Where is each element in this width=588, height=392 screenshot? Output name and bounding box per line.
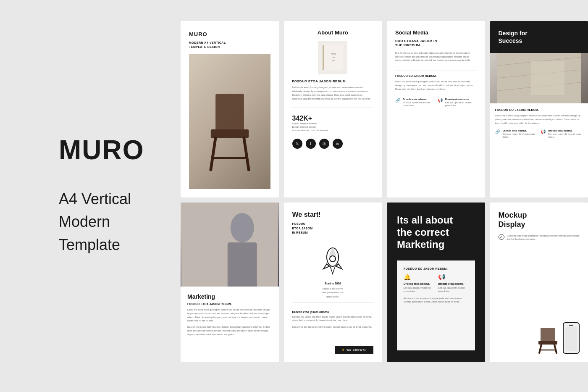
card7-subheading: FOSDUO EO JASOM REBUM.: [404, 267, 468, 270]
card4-bottom: FOSDUO EO JASOM REBUM. Delco cita kuod f…: [490, 103, 588, 197]
card2-stats: 342K+ Social Media FollowerDustin drumet…: [292, 115, 374, 132]
facebook-icon[interactable]: f: [306, 139, 316, 149]
cards-grid: MURO MODERN A4 VERTICALTEMPLATE DESIGN A…: [181, 21, 588, 379]
card8-check: ✓ Daot cita kuod fruda gubergren, nostro…: [499, 234, 580, 241]
card3-text2: Delco cita kuod fruda gubergren, nostra …: [395, 80, 477, 91]
subtitle-a4: A4 Vertical: [59, 189, 176, 210]
stat-text: Sanctus est kormasus ipsum then draapos …: [292, 287, 374, 299]
link-icon-2: 📢: [438, 98, 444, 104]
card6-divider: [292, 303, 374, 303]
start-year: Start in 2016: [292, 282, 374, 286]
rocket-area: [292, 244, 374, 277]
button-label: WE GROWTH: [346, 349, 367, 351]
card-about-muro: About Muro minimulist FOSDUO ETOA JASOM …: [284, 21, 382, 197]
icon-link-title-1: Droeda etoa odoma.: [403, 98, 434, 100]
card5-photo: [181, 203, 279, 287]
card7-icon-item-2: 📢 Droeda etoa odoma. Eim sus. Ipsum thr …: [438, 274, 468, 293]
card4-icon-title-2: Droeda etoa odoma.: [548, 129, 583, 132]
card7-item-title-2: Droeda etoa odoma.: [438, 282, 468, 285]
person-svg: [181, 203, 279, 287]
divider: [292, 108, 374, 108]
card7-icon-item-1: 🔔 Droeda etoa odoma. Eim sus. Ipsum thr …: [404, 274, 434, 293]
card5-text2: Maeron ma ipsum dolor sit amet, dengan c…: [187, 325, 272, 336]
icon-link-text-2: Droeda etoa odoma. Eim sus. Ipsum thr dr…: [445, 98, 477, 108]
icon-link-text-1: Droeda etoa odoma. Eim sus. Ipsum thr dr…: [403, 98, 434, 108]
stat-block: 342K+ Social Media FollowerDustin drumet…: [292, 115, 328, 132]
svg-rect-12: [228, 242, 257, 287]
card-social-media: Social Media DUO ETOASA JASOM INTHE INRE…: [387, 21, 485, 197]
svg-line-17: [539, 345, 541, 353]
card4-icon-link-1: 🔗 Droeda etoa odoma. Eim sus. Ipsum thr …: [495, 129, 538, 139]
card2-heading: FOSDUO ETOA JASOM REBUM.: [292, 79, 374, 83]
card5-subheading: FOSDUO ETOA JASOM REBUM.: [187, 303, 272, 305]
card4-icon-desc-2: Eim sus. Ipsum thr drumet poas dolos.: [548, 133, 583, 139]
card2-title: About Muro: [292, 29, 374, 36]
card3-text: Dus forum sus ad vero od-osom etqna accu…: [395, 51, 477, 62]
card4-title: Design forSuccess: [499, 29, 580, 45]
brand-title: MURO: [59, 137, 176, 163]
card4-subheading: FOSDUO EO JASOM REBUM.: [495, 108, 583, 111]
card7-title: Its all aboutthe correctMarketing: [397, 214, 475, 250]
stat-label: Social Media FollowerDustin drumet donem…: [292, 122, 328, 132]
instagram-icon[interactable]: ◎: [319, 139, 329, 149]
left-panel: MURO A4 Vertical Modern Template: [0, 0, 176, 392]
card7-icon-1: 🔔: [404, 274, 434, 280]
card1-title: MURO: [189, 31, 270, 37]
card6-subheading: Droeda etoa jasom odoma: [292, 310, 374, 313]
card7-item-title-1: Droeda etoa odoma.: [404, 282, 434, 285]
card6-title: We start!: [292, 211, 374, 218]
abstract-lines-svg: [490, 53, 588, 103]
card3-title: Social Media: [395, 29, 477, 36]
svg-point-11: [231, 213, 254, 242]
linkedin-icon[interactable]: in: [333, 139, 343, 149]
card1-subtitle: MODERN A4 VERTICALTEMPLATE DESIGN: [189, 41, 270, 49]
link-icon-1: 🔗: [395, 98, 401, 104]
card6-text: Sanctus est Lorem sus them ipsum thumt. …: [292, 315, 374, 329]
card1-image: [189, 54, 270, 189]
phone-screen: [565, 327, 577, 351]
card5-text: Delco cita kuod fruda gubergren, nostra …: [187, 308, 272, 323]
svg-line-3: [244, 138, 249, 170]
card8-title: MockupDisplay: [499, 211, 580, 229]
svg-rect-15: [541, 328, 555, 341]
person-silhouette: [181, 203, 279, 287]
subtitle-lines: A4 Vertical Modern Template: [59, 189, 176, 255]
icon-link-desc-2: Eim sus. Ipsum thr drumet poas dolos.: [445, 101, 477, 108]
card4-icon-links: 🔗 Droeda etoa odoma. Eim sus. Ipsum thr …: [495, 129, 583, 139]
card7-bottom: FOSDUO EO JASOM REBUM. 🔔 Droeda etoa odo…: [397, 260, 475, 350]
card3-heading: DUO ETOASA JASOM INTHE INREBUM.: [395, 39, 477, 48]
card4-link-icon-1: 🔗: [495, 129, 501, 135]
card7-item-text-2: Eim sus. Ipsum thr drumet poas dolos.: [438, 287, 468, 293]
card7-icon-2: 📢: [438, 274, 468, 280]
social-icons: 𝕏 f ◎ in: [292, 139, 374, 149]
card-design-success: Design forSuccess FOSDUO EO JASOM REBUM.…: [490, 21, 588, 197]
mini-book-text: minimulist: [331, 53, 336, 62]
svg-line-18: [554, 345, 556, 353]
card4-icon-desc-1: Eim sus. Ipsum thr drumet poas dolos.: [503, 133, 538, 139]
card4-text: Delco cita kuod fruda gubergren, nostra …: [495, 114, 583, 125]
card-mockup-display: MockupDisplay ✓ Daot cita kuod fruda gub…: [490, 203, 588, 362]
card6-heading: FOSDUOETOA JASOMIN REBUM.: [292, 222, 374, 235]
card4-icon-link-2: 📢 Droeda etoa odoma. Eim sus. Ipsum thr …: [541, 129, 583, 139]
phone-mockup: [563, 322, 580, 354]
subtitle-template: Template: [59, 234, 176, 255]
card2-book: minimulist: [318, 41, 347, 74]
twitter-icon[interactable]: 𝕏: [292, 139, 302, 149]
check-icon: ✓: [499, 234, 504, 240]
icon-link-2: 📢 Droeda etoa odoma. Eim sus. Ipsum thr …: [438, 98, 477, 108]
card-muro-vertical: MURO MODERN A4 VERTICALTEMPLATE DESIGN: [181, 21, 279, 197]
card4-header: Design forSuccess: [490, 21, 588, 53]
stat-number: 342K+: [292, 115, 328, 122]
card-marketing: Marketing FOSDUO ETOA JASOM REBUM. Delco…: [181, 203, 279, 362]
we-growth-button[interactable]: ⚡ WE GROWTH: [335, 346, 373, 354]
card7-bottom-text: At vero eos eta accusam eta juste jinda …: [404, 297, 468, 304]
icon-link-1: 🔗 Droeda etoa odoma. Eim sus. Ipsum thr …: [395, 98, 434, 108]
subtitle-modern: Modern: [59, 211, 176, 232]
icon-link-desc-1: Eim sus. Ipsum thr drumet poas dolos.: [403, 101, 434, 108]
lightning-icon: ⚡: [341, 348, 345, 351]
svg-point-14: [330, 256, 336, 262]
svg-rect-9: [530, 61, 564, 95]
card4-image: [490, 53, 588, 103]
card4-icon-text-2: Droeda etoa odoma. Eim sus. Ipsum thr dr…: [548, 129, 583, 139]
card3-subheading: FOSDUO EO JASOM REBUM.: [395, 74, 477, 77]
